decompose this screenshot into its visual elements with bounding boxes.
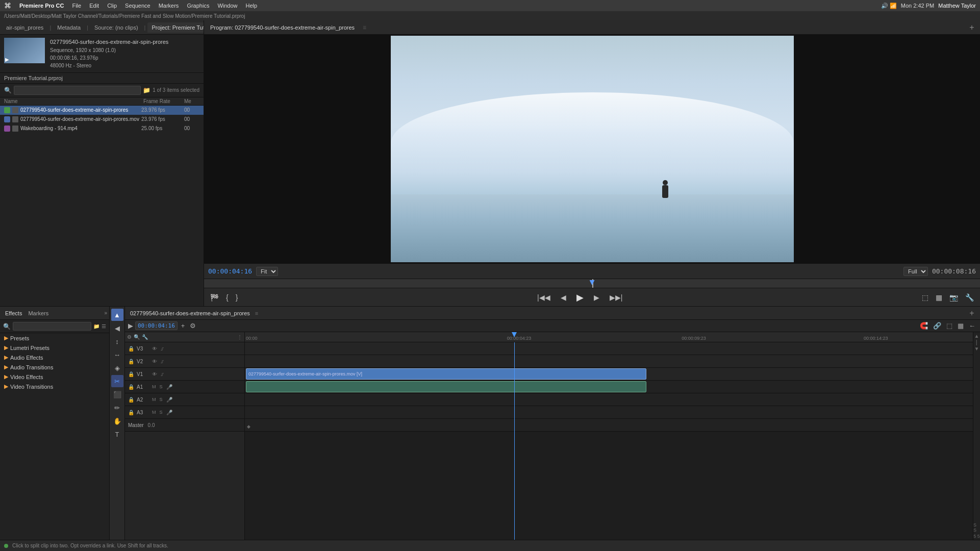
step-back-button[interactable]: ◀ xyxy=(559,292,568,303)
tab-source[interactable]: Source: (no clips) xyxy=(90,22,142,33)
out-point-button[interactable]: } xyxy=(234,292,240,303)
add-marker-button[interactable]: 🏁 xyxy=(208,292,221,303)
sequence-settings-icon[interactable]: ⚙ xyxy=(127,334,132,340)
timeline-snap-button[interactable]: 🧲 xyxy=(918,321,929,330)
menu-sequence[interactable]: Sequence xyxy=(125,3,150,9)
track-mute-a3[interactable]: M xyxy=(151,410,157,415)
tool-ripple-edit[interactable]: ↕ xyxy=(111,335,123,347)
track-lock-a2[interactable]: 🔒 xyxy=(127,397,135,403)
menu-file[interactable]: File xyxy=(72,3,81,9)
file-item-0[interactable]: 027799540-surfer-does-extreme-air-spin-p… xyxy=(0,106,204,115)
menu-clip[interactable]: Clip xyxy=(107,3,117,9)
menu-help[interactable]: Help xyxy=(246,3,258,9)
tab-air-spin[interactable]: air-spin_prores xyxy=(2,22,47,33)
scroll-up-button[interactable]: ▲ xyxy=(974,333,979,339)
menu-edit[interactable]: Edit xyxy=(89,3,99,9)
timeline-toggle-button[interactable]: ▶ xyxy=(128,322,133,330)
col-me-header[interactable]: Me xyxy=(184,98,199,104)
tool-rate-stretch[interactable]: ◈ xyxy=(111,362,123,374)
track-sync-v3[interactable]: ⎎ xyxy=(160,346,165,352)
col-name-header[interactable]: Name xyxy=(4,98,143,104)
track-lock-v3[interactable]: 🔒 xyxy=(127,346,135,352)
effects-panel-options[interactable]: » xyxy=(104,310,107,316)
program-tab-menu[interactable]: ≡ xyxy=(363,24,366,31)
timeline-add-button[interactable]: + xyxy=(966,307,978,319)
audio-clip-a1[interactable] xyxy=(246,381,646,392)
timeline-view-options[interactable]: ⋮ xyxy=(237,334,242,340)
file-item-1[interactable]: 027799540-surfer-does-extreme-air-spin-p… xyxy=(0,115,204,124)
overwrite-button[interactable]: ▦ xyxy=(934,292,944,303)
track-eye-v2[interactable]: 👁 xyxy=(151,359,158,364)
track-lock-v1[interactable]: 🔒 xyxy=(127,371,135,377)
track-solo-a1[interactable]: S xyxy=(159,384,164,389)
play-button[interactable]: ▶ xyxy=(574,291,586,304)
search-input[interactable] xyxy=(14,86,141,95)
tool-pen[interactable]: ✏ xyxy=(111,402,123,414)
col-fps-header[interactable]: Frame Rate xyxy=(143,98,184,104)
menu-window[interactable]: Window xyxy=(217,3,237,9)
presets-folder[interactable]: ▶ Presets xyxy=(0,333,109,343)
track-eye-v1[interactable]: 👁 xyxy=(151,371,158,377)
track-mute-a2[interactable]: M xyxy=(151,397,157,402)
tool-razor[interactable]: ✂ xyxy=(111,375,123,387)
track-lock-v2[interactable]: 🔒 xyxy=(127,359,135,364)
current-timecode[interactable]: 00:00:04:16 xyxy=(208,267,252,275)
track-record-a1[interactable]: 🎤 xyxy=(165,384,173,390)
timeline-step-back[interactable]: ← xyxy=(967,321,977,330)
track-solo-a3[interactable]: S xyxy=(159,410,164,415)
tool-select[interactable]: ▲ xyxy=(111,309,123,321)
step-back-many-button[interactable]: |◀◀ xyxy=(535,292,552,303)
audio-effects-folder[interactable]: ▶ Audio Effects xyxy=(0,353,109,362)
lumetri-presets-folder[interactable]: ▶ Lumetri Presets xyxy=(0,343,109,353)
master-volume[interactable]: 0.0 xyxy=(148,422,155,428)
program-tab[interactable]: Program: 027799540-surfer-does-extreme-a… xyxy=(206,22,359,33)
zoom-in-icon[interactable]: 🔍 xyxy=(134,334,140,340)
tool-track-select[interactable]: ◀ xyxy=(111,322,123,334)
tool-text[interactable]: T xyxy=(111,428,123,440)
timeline-settings-button[interactable]: ⚙ xyxy=(188,321,197,330)
timeline-insert-button[interactable]: ⬚ xyxy=(945,321,954,330)
export-button[interactable]: 📷 xyxy=(947,292,960,303)
wrench-timeline-icon[interactable]: 🔧 xyxy=(142,334,148,340)
track-lock-a3[interactable]: 🔒 xyxy=(127,410,135,415)
track-lock-a1[interactable]: 🔒 xyxy=(127,384,135,390)
track-mute-a1[interactable]: M xyxy=(151,384,157,389)
track-sync-v1[interactable]: ⎎ xyxy=(160,371,165,377)
scrubber-bar[interactable] xyxy=(204,279,980,288)
file-item-2[interactable]: Wakeboarding - 914.mp4 25.00 fps 00 xyxy=(0,124,204,133)
timeline-overwrite-button[interactable]: ▦ xyxy=(956,321,965,330)
step-forward-many-button[interactable]: ▶▶| xyxy=(608,292,625,303)
wrench-button[interactable]: 🔧 xyxy=(963,292,976,303)
video-transitions-folder[interactable]: ▶ Video Transitions xyxy=(0,382,109,391)
tool-rolling-edit[interactable]: ↔ xyxy=(111,348,123,361)
effects-list-view-button[interactable]: ☰ xyxy=(102,323,106,329)
effects-new-folder-button[interactable]: 📁 xyxy=(93,323,99,329)
tab-project[interactable]: Project: Premiere Tutorial ≡ xyxy=(147,22,204,33)
scroll-down-button[interactable]: ▼ xyxy=(974,346,979,352)
tab-effects[interactable]: Effects xyxy=(2,309,25,317)
insert-button[interactable]: ⬚ xyxy=(920,292,931,303)
audio-transitions-folder[interactable]: ▶ Audio Transitions xyxy=(0,362,109,372)
track-eye-v3[interactable]: 👁 xyxy=(151,346,158,352)
timeline-add-markers-button[interactable]: + xyxy=(180,321,187,330)
quality-selector[interactable]: Full xyxy=(903,267,928,276)
video-clip-v1[interactable]: 027799540-surfer-does-extreme-air-spin-p… xyxy=(246,368,646,380)
tool-slip[interactable]: ⬛ xyxy=(111,388,123,400)
add-panel-button[interactable]: + xyxy=(966,21,978,34)
tab-metadata[interactable]: Metadata xyxy=(53,22,85,33)
track-solo-a2[interactable]: S xyxy=(159,397,164,402)
menu-graphics[interactable]: Graphics xyxy=(187,3,209,9)
track-sync-v2[interactable]: ⎎ xyxy=(160,359,165,364)
tool-hand[interactable]: ✋ xyxy=(111,415,123,427)
tab-markers[interactable]: Markers xyxy=(25,309,52,317)
menu-markers[interactable]: Markers xyxy=(159,3,179,9)
folder-icon[interactable]: 📁 xyxy=(143,87,150,94)
fit-selector[interactable]: Fit xyxy=(256,267,278,276)
step-forward-button[interactable]: ▶ xyxy=(592,292,601,303)
video-effects-folder[interactable]: ▶ Video Effects xyxy=(0,372,109,382)
effects-search-input[interactable] xyxy=(13,322,91,331)
play-button-overlay[interactable]: ▶ xyxy=(5,57,9,62)
track-record-a2[interactable]: 🎤 xyxy=(165,397,173,403)
track-record-a3[interactable]: 🎤 xyxy=(165,410,173,415)
timeline-sequence-tab[interactable]: 027799540-surfer-does-extreme-air-spin_p… xyxy=(127,309,253,317)
